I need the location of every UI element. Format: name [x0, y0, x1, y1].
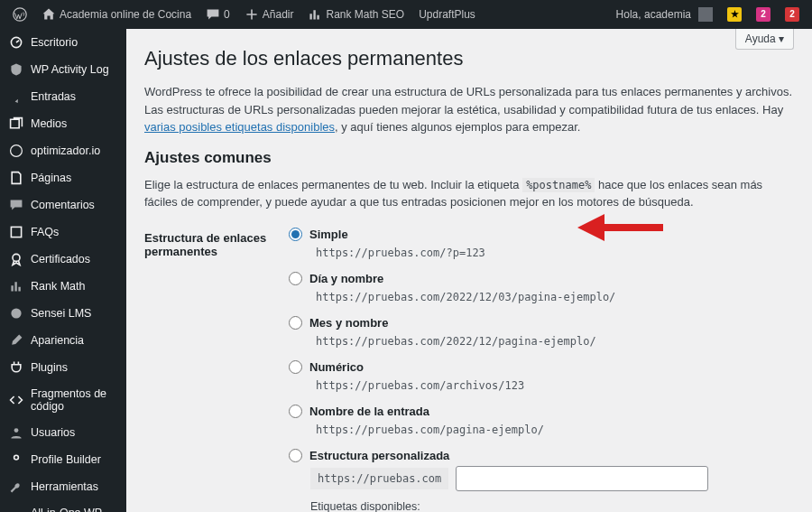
sidebar-item-comentarios[interactable]: Comentarios [0, 191, 126, 219]
sidebar-item-activity-log[interactable]: WP Activity Log [0, 56, 126, 83]
home-icon [42, 7, 56, 22]
page-title: Ajustes de los enlaces permanentes [144, 47, 794, 70]
sidebar-item-migration[interactable]: All-in-One WP Migration [0, 500, 126, 512]
sidebar-item-medios[interactable]: Medios [0, 110, 126, 137]
radio-postname[interactable] [289, 405, 302, 418]
sidebar-item-paginas[interactable]: Páginas [0, 164, 126, 191]
option-postname: Nombre de la entrada https://pruebas.com… [289, 405, 794, 438]
option-day-name: Día y nombre https://pruebas.com/2022/12… [289, 272, 794, 305]
radio-simple[interactable] [289, 228, 302, 241]
sidebar-item-rankmath[interactable]: Rank Math [0, 273, 126, 300]
custom-structure-input[interactable] [456, 466, 708, 491]
option-numeric: Numérico https://pruebas.com/archivos/12… [289, 360, 794, 394]
sidebar-item-escritorio[interactable]: Escritorio [0, 29, 126, 56]
svg-point-2 [11, 145, 23, 157]
url-simple: https://pruebas.com/?p=123 [310, 245, 794, 261]
postname-tag: %postname% [522, 178, 595, 192]
sidebar-item-optimizador[interactable]: optimizador.io [0, 137, 126, 164]
brush-icon [9, 333, 23, 348]
option-custom: Estructura personalizada https://pruebas… [289, 449, 794, 513]
admin-bar: Academia online de Cocina 0 Añadir Rank … [0, 0, 812, 29]
site-name: Academia online de Cocina [60, 8, 191, 21]
url-day-name: https://pruebas.com/2022/12/03/pagina-ej… [310, 289, 794, 305]
radio-custom-label[interactable]: Estructura personalizada [309, 449, 449, 462]
common-desc: Elige la estructura de enlaces permanent… [144, 176, 794, 211]
sidebar-item-fragmentos[interactable]: Fragmentos de código [0, 381, 126, 419]
sidebar-item-plugins[interactable]: Plugins [0, 354, 126, 381]
faq-icon [9, 225, 23, 239]
structure-label: Estructura de enlaces permanentes [144, 224, 289, 513]
radio-simple-label[interactable]: Simple [309, 228, 348, 241]
shield-icon [9, 62, 23, 77]
admin-sidebar: Escritorio WP Activity Log Entradas Medi… [0, 29, 126, 512]
svg-point-5 [11, 308, 21, 318]
radio-day-name[interactable] [289, 272, 302, 285]
plug-icon [9, 360, 23, 375]
radio-numeric[interactable] [289, 360, 302, 374]
svg-rect-3 [11, 227, 21, 237]
url-postname: https://pruebas.com/pagina-ejemplo/ [310, 422, 794, 438]
common-heading: Ajustes comunes [144, 149, 794, 167]
sensei-icon [9, 306, 23, 321]
comment-icon [206, 7, 220, 22]
add-new-link[interactable]: Añadir [237, 0, 301, 29]
intro-link[interactable]: varias posibles etiquetas disponibles [144, 120, 335, 134]
profile-icon [9, 452, 23, 467]
gauge-icon [9, 144, 23, 158]
custom-prefix: https://pruebas.com [310, 468, 448, 489]
sidebar-item-faqs[interactable]: FAQs [0, 219, 126, 246]
radio-postname-label[interactable]: Nombre de la entrada [309, 405, 429, 418]
dashboard-icon [9, 35, 23, 50]
radio-month-name[interactable] [289, 316, 302, 330]
sidebar-item-certificados[interactable]: Certificados [0, 246, 126, 273]
url-numeric: https://pruebas.com/archivos/123 [310, 377, 794, 394]
wrench-icon [9, 479, 23, 494]
wp-logo[interactable] [5, 0, 34, 29]
avatar [698, 7, 713, 22]
permalink-form: Estructura de enlaces permanentes Simple… [144, 224, 794, 513]
sidebar-item-profile-builder[interactable]: Profile Builder [0, 446, 126, 473]
media-icon [9, 116, 23, 131]
page-icon [9, 171, 23, 185]
sidebar-item-apariencia[interactable]: Apariencia [0, 327, 126, 354]
intro-text: WordPress te ofrece la posibilidad de cr… [144, 83, 794, 136]
plus-icon [245, 7, 259, 22]
notice-1[interactable]: ★ [720, 0, 749, 29]
sidebar-item-entradas[interactable]: Entradas [0, 83, 126, 110]
option-simple: Simple https://pruebas.com/?p=123 [289, 228, 794, 261]
radio-numeric-label[interactable]: Numérico [309, 360, 364, 374]
svg-point-7 [14, 455, 19, 460]
comments-link[interactable]: 0 [198, 0, 237, 29]
wordpress-icon [13, 7, 27, 22]
svg-point-6 [14, 428, 19, 433]
url-month-name: https://pruebas.com/2022/12/pagina-ejemp… [310, 333, 794, 349]
radio-day-name-label[interactable]: Día y nombre [309, 272, 383, 285]
notice-3[interactable]: 2 [778, 0, 807, 29]
main-content: Ayuda ▾ Ajustes de los enlaces permanent… [126, 29, 812, 512]
notice-2[interactable]: 2 [749, 0, 778, 29]
chart-icon [308, 7, 322, 22]
comments-count: 0 [224, 8, 230, 21]
comments-icon [9, 198, 23, 212]
radio-custom[interactable] [289, 449, 302, 462]
rank-math-link[interactable]: Rank Math SEO [300, 0, 411, 29]
sidebar-item-sensei[interactable]: Sensei LMS [0, 300, 126, 327]
tags-available-label: Etiquetas disponibles: [310, 500, 794, 513]
chart-icon [9, 279, 23, 293]
site-name-link[interactable]: Academia online de Cocina [34, 0, 198, 29]
cert-icon [9, 252, 23, 266]
account-link[interactable]: Hola, academia [609, 0, 720, 29]
updraft-link[interactable]: UpdraftPlus [411, 0, 483, 29]
radio-month-name-label[interactable]: Mes y nombre [309, 316, 388, 330]
option-month-name: Mes y nombre https://pruebas.com/2022/12… [289, 316, 794, 349]
greeting: Hola, academia [616, 8, 691, 21]
sidebar-item-usuarios[interactable]: Usuarios [0, 419, 126, 446]
pin-icon [9, 89, 23, 104]
help-tab[interactable]: Ayuda ▾ [735, 29, 794, 50]
sidebar-item-herramientas[interactable]: Herramientas [0, 473, 126, 500]
code-icon [9, 393, 23, 407]
users-icon [9, 425, 23, 440]
svg-point-4 [13, 254, 20, 261]
add-label: Añadir [263, 8, 294, 21]
